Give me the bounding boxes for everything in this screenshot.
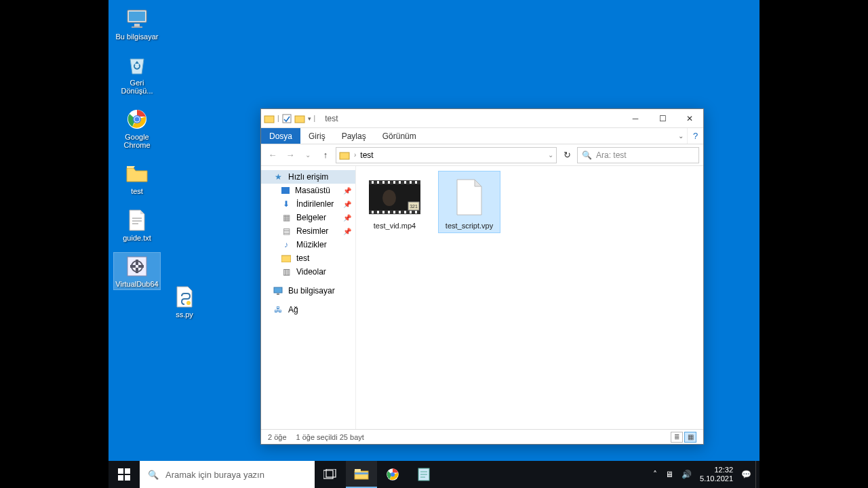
ribbon-tab-home[interactable]: Giriş (300, 128, 334, 144)
qat-divider: | (277, 115, 279, 122)
label: test (296, 253, 309, 263)
file-list[interactable]: 321 test_vid.mp4 test_script.vpy (356, 166, 703, 429)
nav-network[interactable]: 🖧 Ağ (261, 303, 355, 317)
search-icon: 🔍 (148, 470, 159, 480)
pin-icon: 📌 (343, 187, 351, 195)
pin-icon: 📌 (343, 228, 351, 235)
titlebar[interactable]: | ▾ | test ─ ☐ ✕ (261, 109, 703, 128)
view-details-button[interactable]: ≣ (671, 432, 683, 443)
nav-test[interactable]: test (261, 251, 355, 265)
tray-volume-icon[interactable]: 🔊 (682, 470, 692, 479)
notifications-icon[interactable]: 💬 (741, 470, 751, 479)
svg-rect-24 (274, 287, 282, 293)
svg-rect-34 (399, 181, 401, 184)
close-button[interactable]: ✕ (676, 109, 703, 128)
svg-rect-44 (404, 211, 406, 214)
svg-rect-15 (136, 268, 138, 273)
ribbon-tab-view[interactable]: Görünüm (374, 128, 425, 144)
desktop-icon-virtualdub[interactable]: VirtualDub64 (114, 253, 160, 289)
desktop-icon-sspy[interactable]: ss.py (161, 283, 208, 320)
start-button[interactable] (108, 461, 140, 488)
show-desktop-button[interactable] (755, 461, 760, 488)
ribbon-tab-share[interactable]: Paylaş (334, 128, 374, 144)
svg-rect-37 (415, 181, 417, 184)
help-icon[interactable]: ? (687, 128, 703, 144)
breadcrumb-folder[interactable]: test (360, 150, 373, 160)
taskbar-clock[interactable]: 12:32 5.10.2021 (700, 466, 733, 483)
view-icons-button[interactable]: ▦ (684, 432, 696, 443)
svg-rect-25 (277, 293, 279, 295)
desktop-icon-chrome[interactable]: Google Chrome (114, 106, 160, 150)
nav-quick-access[interactable]: ★ Hızlı erişim (261, 170, 355, 184)
pin-icon: 📌 (343, 201, 351, 208)
file-item-script[interactable]: test_script.vpy (439, 171, 500, 232)
breadcrumb-chevron-icon[interactable]: › (354, 151, 356, 159)
file-item-video[interactable]: 321 test_vid.mp4 (364, 171, 425, 232)
dropdown-icon[interactable]: ▾ (308, 115, 311, 122)
video-thumbnail-icon: 321 (369, 174, 420, 220)
virtualdub-icon (125, 254, 149, 279)
desktop[interactable]: Bu bilgisayar Geri Dönüşü... Google Chro… (108, 0, 760, 488)
window-title: test (325, 114, 338, 123)
search-placeholder: Ara: test (596, 150, 627, 160)
desktop-icon-this-pc[interactable]: Bu bilgisayar (114, 5, 160, 42)
tray-chevron-icon[interactable]: ˄ (653, 470, 657, 479)
minimize-button[interactable]: ─ (622, 109, 649, 128)
file-label: test_script.vpy (446, 222, 493, 230)
desktop-icon-test-folder[interactable]: test (114, 160, 160, 197)
nav-music[interactable]: ♪ Müzikler (261, 238, 355, 251)
taskbar-explorer[interactable] (346, 461, 377, 488)
ribbon-expand-icon[interactable]: ⌄ (675, 128, 687, 144)
svg-rect-57 (355, 469, 361, 472)
search-box[interactable]: 🔍 Ara: test (577, 147, 699, 163)
nav-pane: ★ Hızlı erişim Masaüstü 📌 ⬇ İndirilenler… (261, 166, 356, 429)
nav-downloads[interactable]: ⬇ İndirilenler 📌 (261, 197, 355, 211)
desktop-icon-guide-txt[interactable]: guide.txt (114, 207, 160, 243)
svg-point-60 (391, 472, 395, 476)
nav-videos[interactable]: ▥ Videolar (261, 265, 355, 279)
folder-icon (281, 253, 291, 263)
nav-this-pc[interactable]: Bu bilgisayar (261, 284, 355, 298)
downloads-icon: ⬇ (281, 199, 291, 209)
desktop-icon-recycle-bin[interactable]: Geri Dönüşü... (114, 52, 160, 96)
svg-rect-42 (393, 211, 395, 214)
clock-time: 12:32 (700, 466, 733, 474)
videos-icon: ▥ (281, 267, 291, 277)
label: Google Chrome (115, 133, 159, 149)
refresh-button[interactable]: ↻ (559, 148, 574, 163)
system-tray: ˄ 🖥 🔊 12:32 5.10.2021 💬 (649, 461, 755, 488)
nav-forward-button[interactable]: → (283, 148, 298, 163)
ribbon-tab-file[interactable]: Dosya (261, 128, 300, 144)
nav-pictures[interactable]: ▤ Resimler 📌 (261, 224, 355, 238)
svg-rect-32 (388, 181, 390, 184)
chrome-icon (125, 107, 149, 131)
folder-small-icon (264, 113, 275, 124)
folder-icon (339, 150, 350, 160)
nav-history-button[interactable]: ⌄ (300, 148, 315, 163)
nav-desktop[interactable]: Masaüstü 📌 (261, 184, 355, 197)
svg-rect-20 (283, 115, 291, 123)
nav-back-button[interactable]: ← (265, 148, 280, 163)
nav-up-button[interactable]: ↑ (318, 148, 333, 163)
desktop-icon (281, 187, 290, 194)
task-view-button[interactable] (315, 461, 346, 488)
address-bar[interactable]: › test ⌄ (336, 147, 557, 163)
svg-rect-46 (415, 211, 417, 214)
tray-network-icon[interactable]: 🖥 (665, 470, 673, 479)
taskbar-chrome[interactable] (377, 461, 408, 488)
svg-point-47 (382, 190, 396, 206)
svg-rect-45 (410, 211, 412, 214)
nav-documents[interactable]: ▦ Belgeler 📌 (261, 211, 355, 224)
svg-rect-2 (134, 24, 140, 26)
taskbar-notepad[interactable] (408, 461, 439, 488)
label: Videolar (296, 267, 326, 277)
label: VirtualDub64 (115, 280, 158, 288)
maximize-button[interactable]: ☐ (649, 109, 676, 128)
properties-icon[interactable] (282, 114, 292, 123)
label: Masaüstü (295, 186, 330, 195)
svg-rect-35 (404, 181, 406, 184)
address-dropdown-icon[interactable]: ⌄ (548, 151, 553, 159)
network-icon: 🖧 (273, 305, 283, 314)
taskbar-search[interactable]: 🔍 Aramak için buraya yazın (140, 461, 315, 488)
svg-rect-14 (136, 260, 138, 265)
